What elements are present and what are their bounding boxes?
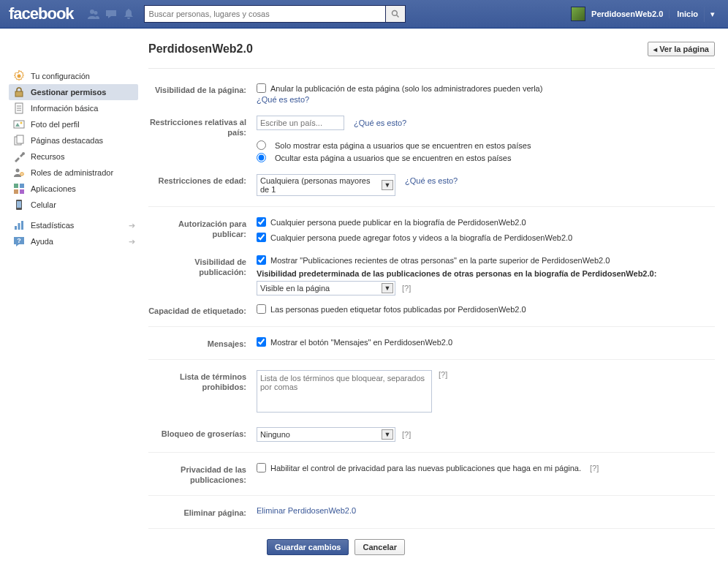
- profile-link[interactable]: PerdidosenWeb2.0: [591, 10, 663, 18]
- facebook-logo[interactable]: facebook: [0, 4, 81, 23]
- permissions-form: Visibilidad de la página: Anular la publ…: [148, 69, 715, 555]
- svg-text:?: ?: [17, 237, 21, 244]
- label-post-vis: Visibilidad de publicación:: [148, 255, 257, 295]
- svg-rect-20: [17, 201, 21, 208]
- country-radio-hide-input[interactable]: [257, 153, 266, 162]
- sidebar-item-label: Información básica: [31, 104, 98, 113]
- svg-rect-17: [14, 189, 18, 194]
- label-country: Restricciones relativas al país:: [148, 116, 257, 162]
- avatar[interactable]: [571, 7, 585, 21]
- sidebar-item-admin-roles[interactable]: Roles de administrador: [9, 165, 138, 181]
- sidebar-item-permissions[interactable]: Gestionar permisos: [9, 84, 138, 100]
- sidebar-item-insights[interactable]: Estadísticas➔: [9, 217, 138, 233]
- notifications-icon[interactable]: [121, 6, 137, 22]
- svg-rect-22: [18, 223, 20, 230]
- notification-icons: [81, 6, 141, 22]
- search-button[interactable]: [385, 5, 406, 23]
- post-vis-chk[interactable]: Mostrar "Publicaciones recientes de otra…: [257, 255, 715, 265]
- label-age: Restricciones de edad:: [148, 174, 257, 196]
- admin-icon: [13, 167, 25, 178]
- country-opt2-text: Ocultar esta página a usuarios que se en…: [275, 154, 512, 162]
- sidebar-item-resources[interactable]: Recursos: [9, 148, 138, 165]
- search-input[interactable]: [144, 5, 385, 23]
- svg-rect-16: [20, 184, 24, 188]
- label-tagging: Capacidad de etiquetado:: [148, 304, 257, 316]
- tagging-chk-input[interactable]: [257, 304, 266, 314]
- sidebar-item-mobile[interactable]: Celular: [9, 197, 138, 213]
- sidebar-item-label: Celular: [31, 200, 56, 209]
- account-dropdown[interactable]: ▾: [704, 7, 721, 22]
- post-vis-select[interactable]: Visible en la página▼: [257, 281, 395, 295]
- profanity-select[interactable]: Ninguno▼: [257, 427, 395, 442]
- friend-requests-icon[interactable]: [86, 6, 102, 22]
- sidebar-item-label: Tu configuración: [31, 72, 90, 80]
- delete-page-link[interactable]: Eliminar PerdidosenWeb2.0: [257, 506, 356, 515]
- messages-chk[interactable]: Mostrar el botón "Mensajes" en Perdidose…: [257, 337, 715, 347]
- svg-point-2: [18, 75, 21, 78]
- what-is-this-link[interactable]: ¿Qué es esto?: [257, 95, 309, 104]
- messages-chk-input[interactable]: [257, 337, 266, 347]
- post-auth-chk2-input[interactable]: [257, 233, 266, 242]
- visibility-text: Anular la publicación de esta página (so…: [270, 84, 542, 93]
- svg-point-14: [21, 173, 23, 176]
- country-input[interactable]: [257, 116, 344, 130]
- post-vis-select-value: Visible en la página: [260, 284, 379, 293]
- post-vis-chk-input[interactable]: [257, 255, 266, 265]
- post-vis1-text: Mostrar "Publicaciones recientes de otra…: [270, 256, 610, 265]
- sidebar-item-label: Ayuda: [31, 237, 53, 246]
- tools-icon: [13, 151, 25, 162]
- country-radio-hide[interactable]: Ocultar esta página a usuarios que se en…: [257, 153, 715, 162]
- post-auth-chk1-input[interactable]: [257, 217, 266, 227]
- sidebar-item-label: Estadísticas: [31, 221, 74, 230]
- external-icon: ➔: [129, 221, 135, 230]
- tagging-text: Las personas pueden etiquetar fotos publ…: [270, 305, 526, 314]
- post-vis-note: Visibilidad predeterminada de las public…: [257, 269, 715, 278]
- blocked-terms-textarea[interactable]: [257, 370, 432, 413]
- post-auth-chk2[interactable]: Cualquier persona puede agregar fotos y …: [257, 233, 715, 242]
- label-profanity: Bloqueo de groserías:: [148, 427, 257, 442]
- gear-icon: [13, 70, 25, 82]
- sidebar-item-settings[interactable]: Tu configuración: [9, 68, 138, 84]
- age-select[interactable]: Cualquiera (personas mayores de 1▼: [257, 174, 395, 196]
- svg-rect-21: [15, 226, 17, 230]
- photo-icon: [13, 118, 25, 130]
- country-opt1-text: Solo mostrar esta página a usuarios que …: [275, 141, 531, 150]
- post-auth-chk1[interactable]: Cualquier persona puede publicar en la b…: [257, 217, 715, 227]
- help-icon[interactable]: [?]: [402, 284, 411, 293]
- label-post-auth: Autorización para publicar:: [148, 217, 257, 242]
- sidebar-item-profile-photo[interactable]: Foto del perfil: [9, 116, 138, 132]
- sidebar-item-featured[interactable]: Páginas destacadas: [9, 132, 138, 148]
- svg-rect-23: [21, 221, 23, 230]
- save-button[interactable]: Guardar cambios: [267, 539, 349, 555]
- tagging-chk[interactable]: Las personas pueden etiquetar fotos publ…: [257, 304, 715, 314]
- lock-icon: [13, 86, 25, 98]
- help-icon[interactable]: [?]: [590, 464, 599, 472]
- sidebar-item-label: Gestionar permisos: [31, 88, 106, 97]
- what-is-this-link[interactable]: ¿Qué es esto?: [405, 176, 458, 185]
- sidebar-item-basic-info[interactable]: Información básica: [9, 100, 138, 116]
- post-privacy-chk[interactable]: Habilitar el control de privacidad para …: [257, 463, 715, 472]
- country-radio-show[interactable]: Solo mostrar esta página a usuarios que …: [257, 140, 715, 150]
- main-content: PerdidosenWeb2.0 ◂ Ver la página Visibil…: [138, 29, 728, 561]
- what-is-this-link[interactable]: ¿Qué es esto?: [354, 118, 406, 127]
- post-privacy-chk-input[interactable]: [257, 463, 266, 472]
- post-auth2-text: Cualquier persona puede agregar fotos y …: [270, 233, 572, 242]
- view-page-button[interactable]: ◂ Ver la página: [648, 42, 715, 56]
- sidebar-item-label: Aplicaciones: [31, 184, 76, 193]
- visibility-checkbox[interactable]: [257, 83, 266, 93]
- home-link[interactable]: Inicio: [669, 10, 698, 18]
- external-icon: ➔: [129, 237, 135, 246]
- page-header: PerdidosenWeb2.0 ◂ Ver la página: [148, 42, 715, 69]
- cancel-button[interactable]: Cancelar: [354, 539, 404, 555]
- help-icon[interactable]: [?]: [402, 430, 411, 439]
- top-right: PerdidosenWeb2.0 Inicio ▾: [571, 7, 721, 22]
- country-radio-show-input[interactable]: [257, 140, 266, 150]
- svg-rect-15: [14, 184, 18, 188]
- sidebar-item-apps[interactable]: Aplicaciones: [9, 181, 138, 197]
- stats-icon: [13, 219, 25, 231]
- messages-icon[interactable]: [103, 6, 119, 22]
- help-icon[interactable]: [?]: [439, 370, 447, 379]
- visibility-checkbox-label[interactable]: Anular la publicación de esta página (so…: [257, 83, 715, 93]
- post-auth1-text: Cualquier persona puede publicar en la b…: [270, 218, 526, 227]
- sidebar-item-help[interactable]: ?Ayuda➔: [9, 233, 138, 249]
